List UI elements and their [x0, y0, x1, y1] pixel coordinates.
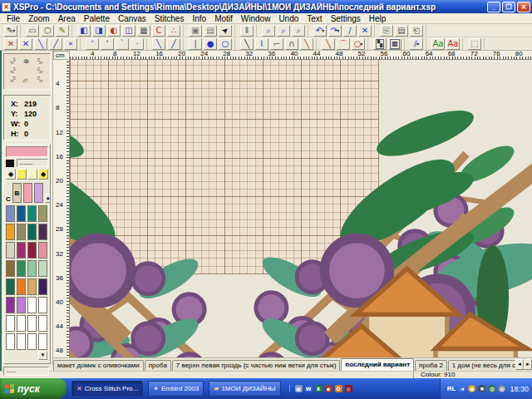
network-tray-icon[interactable]: ◍ [498, 385, 505, 392]
palette-swatch[interactable] [27, 297, 37, 313]
palette-tool-cell[interactable] [27, 169, 37, 180]
menu-text[interactable]: Text [303, 13, 326, 24]
hide-icons-chevron[interactable]: ◂ [458, 385, 466, 392]
palette-swatch[interactable] [17, 224, 26, 240]
rotate-c-button[interactable]: C [152, 25, 165, 37]
undo-button[interactable]: ↶▾ [313, 25, 327, 37]
tab-scroll-right-icon[interactable]: ► [524, 359, 532, 370]
menu-stitches[interactable]: Stitches [150, 13, 189, 24]
palette-swatch[interactable] [38, 260, 47, 277]
design-preview[interactable] [3, 53, 51, 90]
dropdown-arrow-icon[interactable]: ▾ [322, 27, 324, 33]
dropdown-arrow-icon[interactable]: ▾ [416, 41, 419, 47]
palette-swatch[interactable] [17, 260, 26, 277]
stitch-canvas[interactable] [70, 60, 532, 357]
palette-tool-cell[interactable]: ◆ [38, 169, 48, 180]
task-1мои-дизайны[interactable]: ▰1МОИ ДИЗАЙНЫ [209, 381, 280, 397]
curve-red-button[interactable]: ⌒ [337, 38, 350, 50]
petite-stitch-button[interactable]: ✕ [64, 38, 77, 50]
palette-swatch[interactable] [27, 315, 37, 332]
palette-swatch[interactable] [6, 278, 15, 295]
zoom-fit-button[interactable]: ⌕ [292, 25, 305, 37]
palette-swatch[interactable] [38, 297, 47, 313]
draw-line-button[interactable]: ∕ [343, 25, 357, 37]
palette-swatch[interactable] [17, 315, 26, 332]
calculator-icon[interactable]: ▦ [295, 385, 303, 392]
tab-проба-2[interactable]: проба 2 [415, 360, 447, 371]
bead-filled-button[interactable]: ● [204, 38, 217, 50]
palette-swatch[interactable] [38, 333, 47, 350]
orange-app-icon[interactable]: O [335, 385, 342, 392]
media-app-icon[interactable]: ◎ [345, 385, 352, 392]
black-color-chip[interactable] [6, 160, 14, 167]
palette-scroll-down-icon[interactable]: ▼ [38, 351, 47, 360]
text-tool-green-button[interactable]: Aa [431, 38, 445, 50]
menu-window[interactable]: Window [237, 13, 275, 24]
menu-help[interactable]: Help [365, 13, 391, 24]
palette-swatch[interactable] [6, 260, 15, 277]
palette-scroll-up-icon[interactable]: ▲ [45, 194, 51, 203]
mirror-motif-button[interactable]: ◫ [122, 25, 135, 37]
special-stitch-button[interactable]: ╲ [300, 38, 313, 50]
palette-swatch[interactable] [38, 315, 47, 332]
update-tray-icon[interactable]: ◍ [488, 385, 495, 392]
new-design-button[interactable]: ▤ [395, 25, 408, 37]
palette-swatch[interactable] [38, 242, 47, 259]
palette-swatch[interactable] [27, 205, 37, 222]
running-stitch-button[interactable]: ⌐ [270, 38, 283, 50]
transform-grid-button[interactable]: ▦ [137, 25, 150, 37]
app-tray-icon[interactable]: ■ [478, 385, 485, 392]
tab-проба[interactable]: проба [145, 360, 171, 371]
select-rectangle-button[interactable]: ▭ [26, 25, 39, 37]
floss-thread-button[interactable]: ⦀ [240, 25, 254, 37]
outline-red-button[interactable]: ╲ [322, 38, 335, 50]
delete-stitch-button[interactable]: ✕ [358, 25, 372, 37]
palette-swatch[interactable] [27, 333, 37, 350]
motif-browser-button[interactable]: ▚ [373, 38, 387, 50]
palette-swatch[interactable] [6, 297, 15, 313]
backstitch-blue-button[interactable]: ⌇ [255, 38, 268, 50]
pointer-button[interactable]: ➤ [219, 25, 232, 37]
dropdown-arrow-icon[interactable]: ▾ [12, 27, 15, 33]
palette-swatch[interactable] [6, 315, 15, 332]
menu-motif[interactable]: Motif [210, 13, 237, 24]
menu-file[interactable]: File [2, 13, 24, 24]
restore-button[interactable]: ❐ [502, 2, 515, 12]
pattern-grid-button[interactable]: ▩ [388, 38, 401, 50]
text-tool-red-button[interactable]: Aa [446, 38, 460, 50]
pen-tool-button[interactable]: ✎▾ [4, 25, 17, 37]
half-back-button[interactable]: ╲ [152, 38, 165, 50]
current-color-swatch[interactable] [6, 146, 48, 157]
select-lasso-button[interactable]: ⬡ [41, 25, 54, 37]
flip-horizontal-button[interactable]: ◧ [77, 25, 91, 37]
graphics-app-icon[interactable]: ◆ [325, 385, 332, 392]
palette-swatch[interactable] [27, 278, 37, 295]
quarter-bar-button[interactable]: ❘ [189, 38, 202, 50]
palette-swatch[interactable] [17, 333, 26, 350]
tab-scroll-left-icon[interactable]: ◄ [515, 359, 524, 370]
three-quarter-stitch-button[interactable]: ╲ [34, 38, 47, 50]
start-button[interactable]: пуск [0, 378, 66, 399]
gold-badge-icon[interactable]: ◉ [468, 385, 475, 392]
palette-swatch[interactable] [38, 278, 47, 295]
full-stitch-red-button[interactable]: ✕ [4, 38, 17, 50]
bead-open-button[interactable]: ○ [219, 38, 232, 50]
menu-info[interactable]: Info [188, 13, 210, 24]
close-button[interactable]: ✕ [517, 2, 530, 12]
palette-swatch[interactable] [27, 224, 37, 240]
quarter-stitch-3-button[interactable]: ` [116, 38, 129, 50]
palette-header-swatch[interactable]: B [12, 183, 22, 203]
copy-design-button[interactable]: ⎘ [380, 25, 393, 37]
palette-header-swatch[interactable] [34, 183, 43, 203]
color-code-field[interactable]: ------- [17, 159, 48, 167]
select-edit-button[interactable]: ✎ [56, 25, 69, 37]
language-indicator[interactable]: RL [447, 385, 456, 392]
zoom-out-button[interactable]: ⌕ [277, 25, 290, 37]
quarter-stitch-4-button[interactable]: · [131, 38, 144, 50]
palette-swatch[interactable] [38, 224, 47, 240]
line-style-button[interactable]: ⫽▾ [410, 38, 423, 50]
menu-canvas[interactable]: Canvas [114, 13, 150, 24]
redo-button[interactable]: ↷▾ [328, 25, 342, 37]
backstitch-black-button[interactable]: ╲ [240, 38, 254, 50]
palette-swatch[interactable] [6, 224, 15, 240]
